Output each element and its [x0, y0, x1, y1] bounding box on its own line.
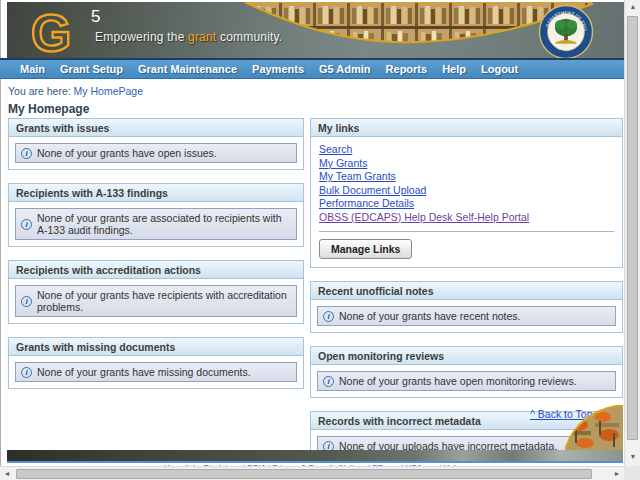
scroll-left-arrow-icon[interactable]: ◄ — [0, 467, 14, 480]
panel-recent-unofficial-notes: Recent unofficial notes i None of your g… — [310, 281, 623, 333]
info-message-text: None of your grants have open issues. — [37, 147, 217, 159]
classroom-corner-image — [565, 405, 623, 450]
panel-title: Open monitoring reviews — [311, 347, 622, 365]
link-bulk-document-upload[interactable]: Bulk Document Upload — [319, 184, 614, 198]
scroll-down-arrow-icon[interactable]: ▼ — [625, 450, 640, 464]
breadcrumb-prefix: You are here: — [8, 85, 71, 97]
scroll-right-arrow-icon[interactable]: ► — [610, 467, 624, 480]
breadcrumb: You are here: My HomePage — [8, 85, 143, 97]
department-of-education-seal-icon: DEPARTMENT OF EDUCATION UNITED STATES OF… — [528, 4, 604, 58]
panel-title: Recipients with accreditation actions — [9, 261, 303, 279]
info-icon: i — [323, 311, 334, 322]
link-my-team-grants[interactable]: My Team Grants — [319, 170, 614, 184]
nav-item-g5-admin[interactable]: G5 Admin — [319, 63, 371, 75]
panel-my-links: My links Search My Grants My Team Grants… — [310, 118, 623, 268]
svg-text:5: 5 — [91, 7, 100, 26]
banner-tagline: Empowering the grant community. — [95, 30, 282, 44]
panel-title: Recipients with A-133 findings — [9, 184, 303, 202]
nav-item-grant-setup[interactable]: Grant Setup — [60, 63, 123, 75]
panel-title: Grants with issues — [9, 119, 303, 137]
info-message-text: None of your grants have recipients with… — [37, 289, 291, 313]
nav-item-grant-maintenance[interactable]: Grant Maintenance — [138, 63, 237, 75]
panel-recipients-a133-findings: Recipients with A-133 findings i None of… — [8, 183, 304, 247]
info-message: i None of your grants have recipients wi… — [15, 285, 297, 317]
horizontal-scrollbar[interactable]: ◄ ► — [0, 466, 624, 480]
panel-grants-missing-documents: Grants with missing documents i None of … — [8, 337, 304, 389]
panel-open-monitoring-reviews: Open monitoring reviews i None of your g… — [310, 346, 623, 398]
info-icon: i — [21, 219, 32, 230]
panel-title: Recent unofficial notes — [311, 282, 622, 300]
info-message: i None of your grants have open issues. — [15, 143, 297, 163]
info-icon: i — [21, 148, 32, 159]
link-obss-help-desk-portal[interactable]: OBSS (EDCAPS) Help Desk Self-Help Portal — [319, 211, 614, 225]
info-message-text: None of your grants have open monitoring… — [339, 375, 577, 387]
info-message: i None of your grants have missing docum… — [15, 362, 297, 382]
nav-item-main[interactable]: Main — [20, 63, 45, 75]
nav-item-help[interactable]: Help — [442, 63, 466, 75]
link-performance-details[interactable]: Performance Details — [319, 197, 614, 211]
nav-item-payments[interactable]: Payments — [252, 63, 304, 75]
scroll-up-arrow-icon[interactable]: ▲ — [625, 0, 640, 14]
panel-title: My links — [311, 119, 622, 137]
manage-links-button[interactable]: Manage Links — [319, 239, 412, 259]
panel-title: Grants with missing documents — [9, 338, 303, 356]
info-message-text: None of your grants have recent notes. — [339, 310, 521, 322]
panel-recipients-accreditation-actions: Recipients with accreditation actions i … — [8, 260, 304, 324]
info-message: i None of your grants have recent notes. — [317, 306, 616, 326]
info-icon: i — [21, 296, 32, 307]
info-message-text: None of your grants are associated to re… — [37, 212, 291, 236]
info-message: i None of your grants have open monitori… — [317, 371, 616, 391]
breadcrumb-current-link[interactable]: My HomePage — [74, 85, 143, 97]
link-search[interactable]: Search — [319, 143, 614, 157]
page-title: My Homepage — [8, 102, 89, 116]
link-my-grants[interactable]: My Grants — [319, 157, 614, 171]
info-icon: i — [21, 367, 32, 378]
main-navigation-bar: Main Grant Setup Grant Maintenance Payme… — [0, 58, 624, 79]
info-message: i None of your grants are associated to … — [15, 208, 297, 240]
app-banner: f(x)·g(x) = ∫(2) G 5 Empow — [7, 2, 624, 58]
footer-metal-bar — [7, 450, 623, 461]
panel-grants-with-issues: Grants with issues i None of your grants… — [8, 118, 304, 170]
scrollbar-corner — [624, 466, 640, 480]
left-column: Grants with issues i None of your grants… — [8, 118, 304, 402]
vertical-scrollbar-thumb[interactable] — [627, 16, 638, 440]
nav-item-logout[interactable]: Logout — [481, 63, 518, 75]
nav-item-reports[interactable]: Reports — [386, 63, 428, 75]
svg-text:G: G — [31, 4, 71, 58]
divider — [319, 231, 614, 232]
vertical-scrollbar[interactable]: ▲ ▼ — [624, 0, 640, 466]
info-message-text: None of your grants have missing documen… — [37, 366, 251, 378]
info-icon: i — [323, 376, 334, 387]
horizontal-scrollbar-thumb[interactable] — [16, 469, 592, 479]
